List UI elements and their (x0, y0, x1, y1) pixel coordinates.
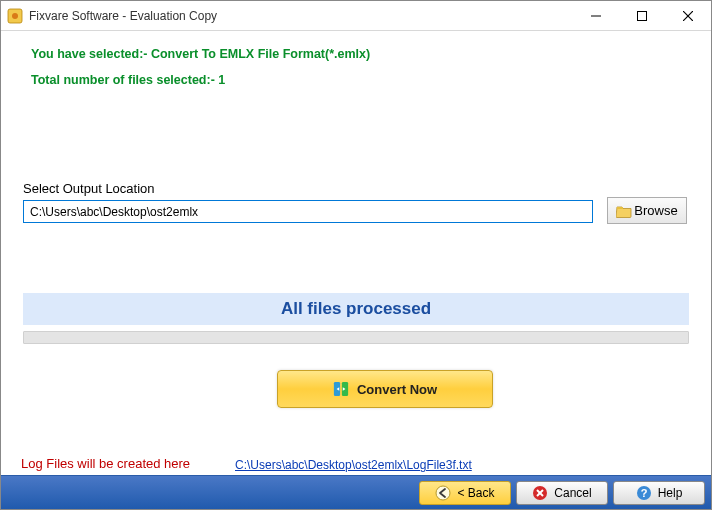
output-path-input[interactable] (23, 200, 593, 223)
svg-point-1 (12, 13, 18, 19)
help-icon: ? (636, 485, 652, 501)
title-bar: Fixvare Software - Evaluation Copy (1, 1, 711, 31)
help-button[interactable]: ? Help (613, 481, 705, 505)
convert-now-button[interactable]: Convert Now (277, 370, 493, 408)
minimize-button[interactable] (573, 1, 619, 30)
convert-icon (333, 381, 349, 397)
status-banner: All files processed (23, 293, 689, 325)
folder-icon (616, 203, 632, 219)
window-controls (573, 1, 711, 30)
output-location-label: Select Output Location (23, 181, 155, 196)
convert-label: Convert Now (357, 382, 437, 397)
app-window: Fixvare Software - Evaluation Copy You h… (0, 0, 712, 510)
svg-rect-3 (638, 11, 647, 20)
svg-point-9 (436, 486, 450, 500)
svg-text:?: ? (640, 487, 647, 499)
progress-bar (23, 331, 689, 344)
back-label: < Back (457, 486, 494, 500)
back-arrow-icon (435, 485, 451, 501)
maximize-button[interactable] (619, 1, 665, 30)
footer-bar: < Back Cancel ? Help (1, 475, 711, 509)
help-label: Help (658, 486, 683, 500)
cancel-label: Cancel (554, 486, 591, 500)
app-icon (7, 8, 23, 24)
close-button[interactable] (665, 1, 711, 30)
status-message: All files processed (281, 299, 431, 319)
log-file-link[interactable]: C:\Users\abc\Desktop\ost2emlx\LogFile3f.… (235, 458, 472, 472)
back-button[interactable]: < Back (419, 481, 511, 505)
file-count-text: Total number of files selected:- 1 (31, 73, 225, 87)
browse-label: Browse (634, 203, 677, 218)
cancel-icon (532, 485, 548, 501)
content-area: You have selected:- Convert To EMLX File… (1, 31, 711, 475)
browse-button[interactable]: Browse (607, 197, 687, 224)
selected-format-text: You have selected:- Convert To EMLX File… (31, 47, 370, 61)
cancel-button[interactable]: Cancel (516, 481, 608, 505)
log-file-label: Log Files will be created here (21, 456, 190, 471)
svg-rect-6 (617, 207, 623, 209)
window-title: Fixvare Software - Evaluation Copy (29, 9, 217, 23)
